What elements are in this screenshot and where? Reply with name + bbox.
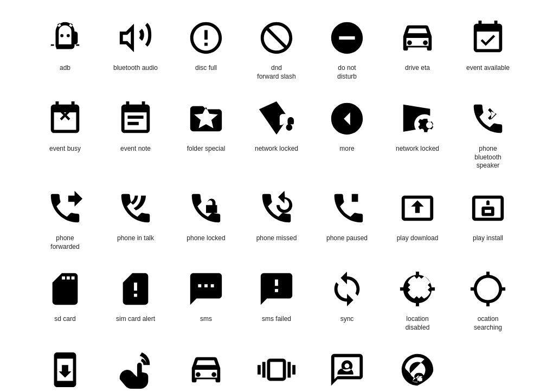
- phone-missed-icon: [255, 187, 298, 230]
- bluetooth-audio-label: bluetooth audio: [113, 64, 158, 73]
- icon-system-update: system update: [30, 343, 100, 392]
- disc-full-label: disc full: [195, 64, 217, 73]
- icon-dnd-forward-slash: dndforward slash: [241, 11, 312, 86]
- dnd-forward-slash-label: dndforward slash: [257, 64, 295, 81]
- sms-icon: [184, 267, 228, 311]
- adb-label: adb: [60, 64, 70, 73]
- phone-in-talk-icon: [114, 187, 157, 230]
- play-install-icon: [466, 187, 510, 230]
- adb-icon: [43, 16, 87, 60]
- phone-paused-label: phone paused: [326, 234, 368, 243]
- icon-phone-bluetooth-speaker: phonebluetoothspeaker: [453, 92, 523, 176]
- icon-network-locked: network locked: [382, 92, 453, 176]
- icon-adb: adb: [30, 11, 100, 86]
- location-searching-icon: [466, 267, 510, 311]
- icon-location-searching: ocationsearching: [453, 262, 523, 337]
- location-disabled-label: locationdisabled: [406, 315, 430, 332]
- icon-vpn-lock: vpn lock: [382, 343, 453, 392]
- event-available-icon: [466, 16, 510, 60]
- do-not-disturb-label: do notdisturb: [337, 64, 357, 81]
- icon-more: more: [312, 92, 382, 176]
- sms-failed-icon: [255, 267, 298, 311]
- network-locked-icon: [396, 97, 439, 140]
- phone-missed-label: phone missed: [256, 234, 297, 243]
- icon-event-available: event available: [453, 11, 523, 86]
- icon-disc-full: disc full: [171, 11, 241, 86]
- play-download-label: play download: [397, 234, 439, 243]
- icon-phone-in-talk: phone in talk: [100, 181, 171, 256]
- icon-tap-and-play: tap and play: [100, 343, 171, 392]
- icon-sms: sms: [171, 262, 241, 337]
- vpn-lock-icon: [396, 348, 439, 391]
- icon-do-not-disturb: do notdisturb: [312, 11, 382, 86]
- icon-phone-forwarded: phoneforwarded: [30, 181, 100, 256]
- tap-and-play-icon: [114, 348, 157, 391]
- drive-eta-2-icon: [184, 348, 228, 391]
- sim-card-alert-icon: [114, 267, 157, 311]
- icon-voice-chat: voice chat: [312, 343, 382, 392]
- phone-paused-icon: [325, 187, 369, 230]
- bluetooth-audio-icon: [114, 16, 157, 60]
- voice-chat-icon: [325, 348, 369, 391]
- icon-drive-eta: drive eta: [382, 11, 453, 86]
- location-searching-label: ocationsearching: [474, 315, 502, 332]
- network-locked-signal-label: network locked: [255, 145, 298, 153]
- sms-failed-label: sms failed: [262, 315, 291, 324]
- do-not-disturb-icon: [325, 16, 369, 60]
- phone-forwarded-label: phoneforwarded: [50, 234, 79, 251]
- sync-label: sync: [340, 315, 354, 324]
- icon-vibration: vibration: [241, 343, 312, 392]
- sd-card-label: sd card: [54, 315, 75, 324]
- icon-sim-card-alert: sim card alert: [100, 262, 171, 337]
- phone-forwarded-icon: [43, 187, 87, 230]
- icon-phone-paused: phone paused: [312, 181, 382, 256]
- icon-event-note: event note: [100, 92, 171, 176]
- icon-sms-failed: sms failed: [241, 262, 312, 337]
- icon-event-busy: event busy: [30, 92, 100, 176]
- event-note-icon: [114, 97, 157, 140]
- phone-in-talk-label: phone in talk: [117, 234, 154, 243]
- icon-play-install: play install: [453, 181, 523, 256]
- play-download-icon: [396, 187, 439, 230]
- folder-special-icon: [184, 97, 228, 140]
- network-locked-signal-icon: [255, 97, 298, 140]
- folder-special-label: folder special: [187, 145, 226, 153]
- sd-card-icon: [43, 267, 87, 311]
- location-disabled-icon: [396, 267, 439, 311]
- icon-sd-card: sd card: [30, 262, 100, 337]
- drive-eta-label: drive eta: [405, 64, 430, 73]
- event-busy-icon: [43, 97, 87, 140]
- more-icon: [325, 97, 369, 140]
- dnd-forward-slash-icon: [255, 16, 298, 60]
- phone-bluetooth-speaker-icon: [466, 97, 510, 140]
- event-busy-label: event busy: [49, 145, 81, 153]
- phone-locked-icon: [184, 187, 228, 230]
- event-note-label: event note: [120, 145, 151, 153]
- play-install-label: play install: [473, 234, 503, 243]
- network-locked-label: network locked: [396, 145, 439, 153]
- vibration-icon: [255, 348, 298, 391]
- icon-bluetooth-audio: bluetooth audio: [100, 11, 171, 86]
- icon-drive-eta-2: drive eta: [171, 343, 241, 392]
- system-update-icon: [43, 348, 87, 391]
- icon-folder-special: folder special: [171, 92, 241, 176]
- icon-network-locked-signal: network locked: [241, 92, 312, 176]
- icon-grid: adb bluetooth audio disc full dndforward…: [30, 11, 523, 392]
- icon-location-disabled: locationdisabled: [382, 262, 453, 337]
- icon-play-download: play download: [382, 181, 453, 256]
- more-label: more: [339, 145, 354, 153]
- sim-card-alert-label: sim card alert: [116, 315, 155, 324]
- drive-eta-icon: [396, 16, 439, 60]
- disc-full-icon: [184, 16, 228, 60]
- event-available-label: event available: [466, 64, 510, 73]
- sms-label: sms: [200, 315, 212, 324]
- phone-locked-label: phone locked: [187, 234, 225, 243]
- phone-bluetooth-speaker-label: phonebluetoothspeaker: [474, 145, 501, 170]
- icon-phone-locked: phone locked: [171, 181, 241, 256]
- icon-sync: sync: [312, 262, 382, 337]
- icon-phone-missed: phone missed: [241, 181, 312, 256]
- sync-icon: [325, 267, 369, 311]
